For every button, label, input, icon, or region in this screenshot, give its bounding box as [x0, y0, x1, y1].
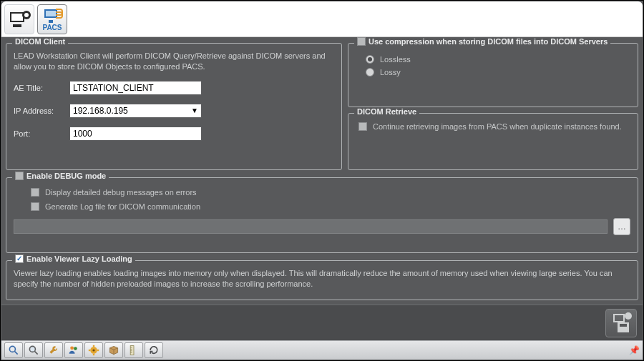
ip-address-value: 192.168.0.195 — [73, 106, 128, 116]
debug-log-path-input[interactable] — [14, 219, 608, 234]
group-dicom-retrieve: DICOM Retrieve Continue retrieving image… — [348, 113, 638, 170]
settings-content: DICOM Client LEAD Workstation Client wil… — [1, 37, 643, 325]
compression-enable-checkbox[interactable] — [357, 37, 366, 46]
tab-workstation-settings[interactable] — [4, 4, 34, 34]
tool-package[interactable] — [104, 342, 123, 358]
browse-log-button[interactable]: … — [613, 218, 630, 235]
svg-point-0 — [9, 346, 15, 352]
apply-strip — [1, 305, 643, 340]
search-icon — [7, 345, 20, 356]
continue-retrieve-row[interactable]: Continue retrieving images from PACS whe… — [358, 122, 630, 131]
users-icon — [67, 345, 80, 356]
group-dicom-retrieve-legend: DICOM Retrieve — [354, 107, 419, 116]
debug-display-row[interactable]: Display detailed debug messages on error… — [31, 188, 630, 197]
group-lazy-loading-legend[interactable]: Enable Viewer Lazy Loading — [12, 254, 135, 263]
svg-point-5 — [74, 347, 77, 350]
top-tab-bar: PACS — [1, 1, 643, 37]
svg-point-2 — [29, 346, 35, 352]
debug-display-checkbox[interactable] — [31, 188, 39, 197]
group-compression-legend[interactable]: Use compression when storing DICOM files… — [354, 37, 610, 46]
apply-save-icon — [612, 314, 630, 332]
radio-lossy[interactable]: Lossy — [366, 68, 630, 76]
tool-wrench[interactable] — [44, 342, 63, 358]
pin-toggle[interactable]: 📌 — [628, 343, 640, 357]
radio-lossless-indicator — [366, 55, 374, 64]
tool-search[interactable] — [4, 342, 23, 358]
ip-address-select[interactable]: 192.168.0.195 ▼ — [69, 104, 202, 118]
lazy-enable-checkbox[interactable] — [15, 254, 24, 263]
svg-line-3 — [35, 352, 38, 355]
ip-address-label: IP Address: — [14, 107, 62, 115]
svg-point-7 — [92, 349, 94, 351]
tool-users[interactable] — [64, 342, 83, 358]
chevron-down-icon: ▼ — [191, 107, 198, 114]
svg-point-4 — [70, 346, 74, 350]
group-dicom-client-legend: DICOM Client — [12, 37, 68, 46]
port-input[interactable] — [69, 127, 202, 141]
ruler-icon — [127, 345, 140, 356]
magnifier-icon — [27, 345, 40, 356]
ae-title-label: AE Title: — [14, 84, 62, 92]
lazy-description: Viewer lazy loading enables loading imag… — [14, 268, 630, 295]
svg-rect-12 — [130, 346, 134, 355]
gear-icon — [87, 345, 100, 356]
tab-pacs[interactable]: PACS — [37, 4, 67, 34]
dicom-client-description: LEAD Workstation Client will perform DIC… — [14, 51, 334, 72]
debug-enable-checkbox[interactable] — [15, 172, 24, 180]
tool-ruler[interactable] — [125, 342, 143, 358]
tool-gear[interactable] — [84, 342, 103, 358]
debug-generate-row[interactable]: Generate Log file for DICOM communicatio… — [31, 202, 630, 211]
group-dicom-client: DICOM Client LEAD Workstation Client wil… — [6, 43, 342, 170]
continue-retrieve-checkbox[interactable] — [358, 122, 367, 131]
bottom-toolbar: 📌 — [1, 340, 643, 360]
package-icon — [107, 345, 120, 356]
group-debug-legend[interactable]: Enable DEBUG mode — [12, 172, 109, 180]
svg-line-1 — [15, 352, 18, 355]
pin-icon: 📌 — [629, 345, 640, 355]
apply-button[interactable] — [605, 309, 637, 337]
tool-magnifier[interactable] — [24, 342, 43, 358]
tab-pacs-label: PACS — [42, 24, 62, 31]
port-label: Port: — [14, 129, 62, 138]
group-compression: Use compression when storing DICOM files… — [348, 43, 638, 107]
wrench-icon — [47, 345, 60, 356]
group-lazy-loading: Enable Viewer Lazy Loading Viewer lazy l… — [6, 260, 638, 300]
pacs-icon — [42, 7, 62, 23]
workstation-gear-icon — [9, 11, 29, 27]
tool-refresh[interactable] — [145, 342, 163, 358]
refresh-icon — [147, 345, 160, 356]
ae-title-input[interactable] — [69, 81, 202, 95]
radio-lossy-indicator — [366, 68, 374, 76]
group-debug: Enable DEBUG mode Display detailed debug… — [6, 177, 638, 253]
radio-lossless[interactable]: Lossless — [366, 55, 630, 64]
debug-generate-checkbox[interactable] — [31, 202, 39, 211]
